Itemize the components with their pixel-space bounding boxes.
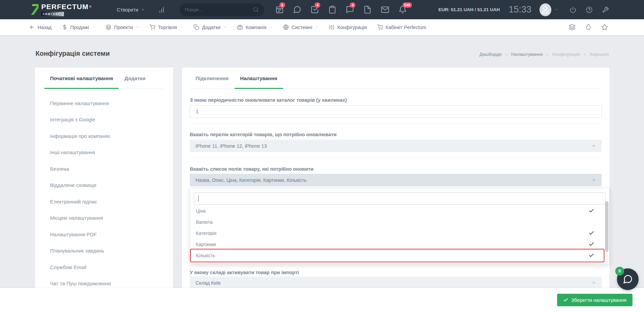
logout-power-icon[interactable] — [570, 6, 576, 14]
check-icon — [589, 208, 594, 214]
tab-connection[interactable]: Підключення — [190, 68, 234, 89]
field-label-categories: Вкажіть перелік категорій товарів, що по… — [190, 132, 602, 137]
option-category[interactable]: Категорія — [190, 227, 609, 239]
nav-trade[interactable]: Торгівля — [150, 24, 183, 30]
sidebar-item-company-info[interactable]: Інформація про компанію — [35, 128, 173, 144]
flame-icon[interactable] — [585, 24, 592, 31]
warehouse-select[interactable]: Склад Київ — [190, 277, 602, 289]
arrow-left-icon — [29, 24, 35, 30]
sidebar-item-google-integration[interactable]: Інтеграція з Google — [35, 112, 173, 128]
settings-wrench-icon[interactable] — [602, 6, 609, 14]
check-icon — [563, 297, 568, 303]
cart-icon — [377, 24, 383, 30]
option-quantity[interactable]: Кількість — [190, 250, 609, 261]
create-button-label: Створити — [117, 7, 138, 13]
product-fields-select-value: Назва, Опис, Ціна, Категорія, Картинки, … — [196, 177, 306, 183]
chat-unread-badge: 0 — [615, 267, 624, 275]
breadcrumb-separator: > — [584, 52, 586, 56]
support-chat-widget[interactable]: 0 — [617, 268, 639, 290]
tab-settings[interactable]: Налаштування — [234, 68, 283, 89]
sidebar-item-remote-storage[interactable]: Віддалене сховище — [35, 177, 173, 194]
bar-chart-icon[interactable] — [158, 6, 165, 14]
dropdown-option-list: Ціна Валюта Категорія Картинки Кількість — [190, 205, 609, 261]
option-images[interactable]: Картинки — [190, 239, 609, 250]
save-settings-button[interactable]: Зберегти налаштування — [557, 294, 632, 306]
nav-projects[interactable]: Проекти — [106, 24, 139, 30]
product-fields-select[interactable]: Назва, Опис, Ціна, Категорія, Картинки, … — [190, 174, 602, 186]
dropdown-search-box[interactable] — [194, 192, 605, 205]
star-icon[interactable] — [601, 24, 608, 31]
nav-company[interactable]: Компанія — [237, 24, 273, 30]
field-label-warehouse: У якому складі активувати товар при імпо… — [190, 270, 602, 275]
chevron-down-icon — [592, 178, 596, 182]
chevron-down-icon — [180, 25, 183, 29]
chevron-down-icon — [141, 7, 145, 12]
chevron-down-icon — [592, 144, 596, 148]
notifications-badge: 549 — [402, 2, 412, 8]
nav-system[interactable]: Системні — [283, 24, 319, 30]
crm-erp-badge: CRM+ERP — [41, 12, 64, 16]
field-label-product-fields: Вкажіть список полів товару, які потрібн… — [190, 166, 602, 172]
dropdown-search-input[interactable] — [199, 196, 601, 201]
help-icon[interactable] — [586, 6, 593, 14]
tab-initial-settings[interactable]: Початкові налаштування — [44, 68, 119, 89]
option-currency[interactable]: Валюта — [190, 216, 609, 227]
nav-addons[interactable]: Додатки — [193, 24, 227, 30]
nav-sales[interactable]: Продажі — [62, 24, 96, 30]
comments-icon[interactable]: 4 — [346, 5, 354, 14]
menu-right-icons — [569, 24, 644, 31]
update-period-input[interactable] — [190, 105, 602, 118]
sidebar-item-primary-setup[interactable]: Первинне налаштування — [35, 95, 173, 112]
chat-bubble-icon — [623, 274, 633, 284]
divider — [190, 123, 602, 124]
nav-configuration[interactable]: Конфігурація — [329, 24, 367, 30]
calendar-icon[interactable]: 6 — [275, 5, 284, 14]
chevron-down-icon — [269, 25, 273, 29]
check-icon — [589, 253, 594, 258]
dollar-icon — [62, 24, 68, 30]
search-input[interactable] — [185, 7, 253, 12]
globe-icon — [283, 24, 289, 30]
option-price[interactable]: Ціна — [190, 205, 609, 216]
avatar-chevron-down-icon[interactable] — [554, 7, 558, 12]
sidebar-item-task-scheduler[interactable]: Планувальник завдань — [35, 243, 173, 259]
breadcrumb-separator: > — [547, 52, 549, 56]
sidebar-item-local-settings[interactable]: Місцеві налаштування — [35, 210, 173, 226]
dropdown-scrollbar[interactable] — [605, 201, 608, 252]
clipboard-icon[interactable] — [328, 5, 337, 14]
cart-icon — [150, 24, 155, 30]
clock: 15:33 — [509, 4, 532, 15]
layers-icon — [106, 24, 111, 30]
sidebar-item-digital-signature[interactable]: Електронний підпис — [35, 193, 173, 210]
tab-addons[interactable]: Додатки — [119, 68, 151, 89]
perfectum-logo[interactable]: 7 PERFECTUM® CRM+ERP — [28, 2, 92, 18]
categories-select[interactable]: iPhone 11, iPhone 12, iPhone 13 — [190, 140, 602, 152]
chat-icon[interactable] — [293, 5, 302, 14]
copy-icon — [193, 24, 199, 30]
warehouse-select-value: Склад Київ — [196, 280, 221, 286]
breadcrumb-settings[interactable]: Налаштування — [511, 52, 543, 57]
logo-mark-icon: 7 — [28, 2, 39, 18]
avatar[interactable] — [539, 3, 551, 16]
sidebar-item-service-email[interactable]: Службові Email — [35, 259, 173, 275]
chevron-down-icon — [223, 25, 227, 29]
svg-text:7: 7 — [29, 2, 39, 18]
global-search[interactable] — [180, 3, 264, 16]
sidebar-item-security[interactable]: Безпека — [35, 161, 173, 177]
breadcrumb-configuration[interactable]: Конфігурація — [552, 52, 580, 57]
layers-icon[interactable] — [569, 24, 576, 31]
main-tabs: Підключення Налаштування — [190, 68, 602, 89]
notifications-icon[interactable]: 549 — [398, 5, 407, 14]
sidebar-item-other-settings[interactable]: Інші налаштування — [35, 144, 173, 161]
mail-icon[interactable] — [381, 5, 390, 14]
document-icon[interactable] — [363, 5, 372, 14]
brand-name: PERFECTUM® — [41, 3, 92, 10]
sidebar-item-pdf-settings[interactable]: Налаштування PDF — [35, 226, 173, 243]
header-icon-row: 6 4 4 549 — [275, 5, 416, 14]
create-button[interactable]: Створити — [117, 7, 145, 13]
breadcrumb-separator: > — [505, 52, 507, 56]
tasks-icon[interactable]: 4 — [310, 5, 319, 14]
nav-cabinet-perfectum[interactable]: Кабінет Perfectum — [377, 24, 426, 30]
nav-back[interactable]: Назад — [29, 24, 52, 30]
breadcrumb-dashboards[interactable]: Дашборди — [479, 52, 501, 57]
